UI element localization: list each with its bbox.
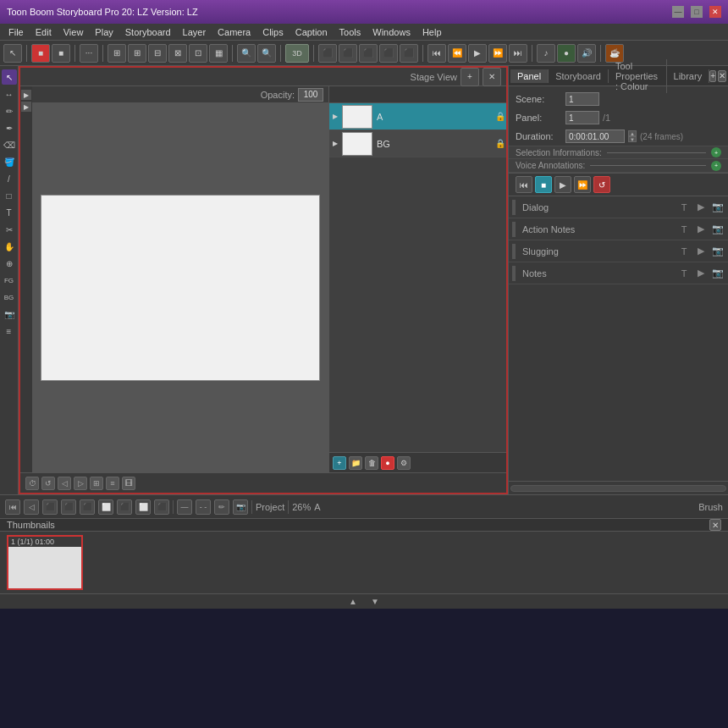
close-button[interactable]: ✕ [709, 6, 721, 18]
zoom-in-btn[interactable]: 🔍 [257, 44, 276, 63]
expand-up-btn[interactable]: ▶ [21, 90, 31, 100]
nav-down-btn[interactable]: ▼ [367, 594, 383, 609]
action-font-btn[interactable]: T [677, 223, 691, 236]
maximize-button[interactable]: □ [691, 6, 703, 18]
tool-btn-2[interactable]: ■ [52, 44, 70, 63]
slugging-video-btn[interactable]: ▶ [694, 245, 708, 258]
transform-tool[interactable]: ↔ [2, 86, 17, 102]
pencil-tool[interactable]: ✒ [2, 120, 17, 135]
playback-prev[interactable]: ⏪ [448, 44, 466, 63]
line-tool[interactable]: / [2, 171, 17, 186]
select-tool[interactable]: ↖ [2, 69, 17, 85]
menu-storyboard[interactable]: Storyboard [120, 25, 176, 39]
tab-library[interactable]: Library [667, 69, 710, 83]
timeline-btn[interactable]: ⏱ [25, 477, 39, 490]
menu-layer[interactable]: Layer [178, 25, 212, 39]
layer-tool[interactable]: ≡ [2, 323, 17, 339]
slugging-font-btn[interactable]: T [677, 245, 691, 258]
camera-mode-btn[interactable]: 📷 [233, 499, 248, 515]
zoom-tool[interactable]: ⊕ [2, 256, 17, 271]
grid-btn-5[interactable]: ⊡ [189, 44, 207, 63]
playback-start[interactable]: ⏮ [427, 44, 446, 63]
drawing-area[interactable] [32, 103, 328, 472]
3d-btn[interactable]: 3D [285, 44, 309, 63]
record-btn[interactable]: ● [381, 456, 394, 470]
text-tool[interactable]: T [2, 205, 17, 220]
vol-btn[interactable]: 🔊 [577, 44, 596, 63]
menu-play[interactable]: Play [90, 25, 118, 39]
pb-ff[interactable]: ⏩ [574, 176, 591, 193]
dash-type-btn[interactable]: - - [196, 499, 211, 515]
pb-stop[interactable]: ■ [535, 176, 552, 193]
status-icon-6[interactable]: ⬜ [98, 499, 113, 515]
select-tool-btn[interactable]: ↖ [3, 44, 22, 63]
tool-e[interactable]: ⬛ [400, 44, 418, 63]
tool-btn-1[interactable]: ■ [31, 44, 50, 63]
dialog-video-btn[interactable]: ▶ [694, 201, 708, 214]
status-icon-7[interactable]: ⬛ [117, 499, 132, 515]
scissors-tool[interactable]: ✂ [2, 222, 17, 237]
nav-up-btn[interactable]: ▲ [345, 594, 361, 609]
playback-next[interactable]: ⏩ [488, 44, 507, 63]
next-frame-btn[interactable]: ▷ [74, 477, 87, 490]
voice-annotations-add[interactable]: + [711, 161, 721, 171]
menu-edit[interactable]: Edit [30, 25, 57, 39]
bg-color[interactable]: BG [2, 290, 17, 305]
brush-tool[interactable]: ✏ [2, 103, 17, 119]
layer-lock-bg[interactable]: 🔒 [494, 138, 506, 150]
layer-expand-a[interactable]: ▶ [329, 113, 341, 120]
grid-btn-1[interactable]: ⊞ [108, 44, 126, 63]
right-panel-scrollbar[interactable] [509, 481, 728, 494]
action-video-btn[interactable]: ▶ [694, 223, 708, 236]
action-camera-btn[interactable]: 📷 [711, 223, 725, 236]
status-icon-8[interactable]: ⬜ [135, 499, 151, 515]
film-btn[interactable]: 🎞 [122, 477, 135, 490]
dialog-camera-btn[interactable]: 📷 [711, 201, 725, 214]
pb-rewind[interactable]: ⏮ [516, 176, 532, 193]
grid-btn-6[interactable]: ▦ [209, 44, 228, 63]
menu-windows[interactable]: Windows [367, 25, 416, 39]
pb-loop[interactable]: ↺ [593, 176, 610, 193]
status-icon-9[interactable]: ⬛ [154, 499, 169, 515]
status-icon-2[interactable]: ◁ [24, 499, 39, 515]
rec-btn[interactable]: ● [557, 44, 576, 63]
menu-help[interactable]: Help [417, 25, 447, 39]
status-icon-1[interactable]: ⏮ [5, 499, 20, 515]
rect-tool[interactable]: □ [2, 188, 17, 203]
tab-panel[interactable]: Panel [510, 69, 549, 83]
grid-btn-3[interactable]: ⊟ [148, 44, 167, 63]
loop-btn[interactable]: ↺ [41, 477, 55, 490]
add-layer-btn[interactable]: + [333, 456, 346, 470]
grid-view-btn[interactable]: ⊞ [90, 477, 103, 490]
status-icon-3[interactable]: ⬛ [42, 499, 58, 515]
list-view-btn[interactable]: ≡ [106, 477, 119, 490]
menu-caption[interactable]: Caption [290, 25, 333, 39]
layer-expand-bg[interactable]: ▶ [329, 140, 341, 147]
layer-lock-a[interactable]: 🔒 [494, 111, 506, 123]
duration-up[interactable]: ▲ [628, 130, 637, 136]
layer-row-bg[interactable]: ▶ BG 🔒 [329, 130, 506, 157]
prev-frame-btn[interactable]: ◁ [58, 477, 71, 490]
menu-view[interactable]: View [58, 25, 89, 39]
status-icon-5[interactable]: ⬛ [80, 499, 95, 515]
line-type-btn[interactable]: — [177, 499, 192, 515]
duration-down[interactable]: ▼ [628, 136, 637, 142]
color-picker[interactable]: FG [2, 273, 17, 288]
tool-d[interactable]: ⬛ [379, 44, 398, 63]
slugging-camera-btn[interactable]: 📷 [711, 245, 725, 258]
pb-play[interactable]: ▶ [554, 176, 571, 193]
eraser-tool[interactable]: ⌫ [2, 137, 17, 152]
delete-layer-btn[interactable]: 🗑 [365, 456, 378, 470]
sound-btn[interactable]: ♪ [537, 44, 555, 63]
tool-c[interactable]: ⬛ [359, 44, 378, 63]
folder-btn[interactable]: 📁 [349, 456, 362, 470]
grid-btn-2[interactable]: ⊞ [128, 44, 146, 63]
playback-end[interactable]: ⏭ [509, 44, 527, 63]
minimize-button[interactable]: — [672, 6, 684, 18]
hand-tool[interactable]: ✋ [2, 239, 17, 254]
grid-btn-4[interactable]: ⊠ [168, 44, 187, 63]
tool-b[interactable]: ⬛ [339, 44, 357, 63]
layer-row-a[interactable]: ▶ A 🔒 [329, 103, 506, 130]
dialog-font-btn[interactable]: T [677, 201, 691, 214]
pencil-mode-btn[interactable]: ✏ [214, 499, 229, 515]
